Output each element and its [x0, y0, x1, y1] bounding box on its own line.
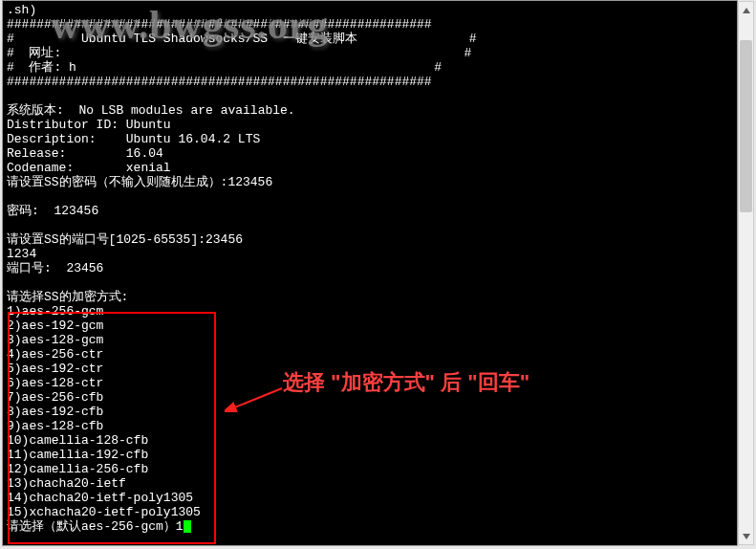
cipher-option: 7)aes-256-cfb: [7, 390, 733, 405]
description: Description: Ubuntu 16.04.2 LTS: [7, 132, 733, 146]
codename: Codename: xenial: [7, 161, 733, 175]
cipher-option: 6)aes-128-ctr: [7, 376, 733, 390]
scroll-up-icon[interactable]: [740, 3, 752, 17]
cipher-option: 15)xchacha20-ietf-poly1305: [7, 505, 733, 519]
hash-divider-bottom: ########################################…: [7, 75, 733, 89]
cipher-option: 1)aes-256-gcm: [7, 304, 733, 318]
port-partial: l234: [7, 247, 733, 261]
cipher-option: 2)aes-192-gcm: [7, 318, 733, 333]
cipher-option: 3)aes-128-gcm: [7, 333, 733, 347]
cipher-option: 13)chacha20-ietf: [7, 476, 733, 491]
password-result: 密码: 123456: [7, 204, 733, 218]
cipher-option: 9)aes-128-cfb: [7, 419, 733, 433]
sys-version: 系统版本: No LSB modules are available.: [7, 103, 733, 118]
cipher-option: 11)camellia-192-cfb: [7, 448, 733, 462]
cursor-icon: [184, 520, 191, 533]
port-prompt: 请设置SS的端口号[1025-65535]:23456: [7, 232, 733, 247]
vertical-scrollbar[interactable]: [738, 1, 754, 545]
cipher-option: 12)camellia-256-cfb: [7, 462, 733, 476]
dist-id: Distributor ID: Ubuntu: [7, 118, 733, 132]
header-title: # Ubuntu TLS Shadowsocks/SS 一键安装脚本 #: [7, 32, 733, 46]
port-result: 端口号: 23456: [7, 261, 733, 275]
cipher-select-prompt: 请选择（默认aes-256-gcm）1: [7, 519, 184, 534]
script-tail: .sh): [7, 3, 733, 17]
terminal-window[interactable]: .sh) ###################################…: [2, 0, 738, 546]
cipher-option: 10)camellia-128-cfb: [7, 433, 733, 448]
cipher-header: 请选择SS的加密方式:: [7, 290, 733, 304]
scroll-down-icon[interactable]: [740, 529, 752, 543]
cipher-option: 4)aes-256-ctr: [7, 347, 733, 362]
cipher-prompt-line[interactable]: 请选择（默认aes-256-gcm）1: [7, 519, 733, 534]
password-prompt: 请设置SS的密码（不输入则随机生成）:123456: [7, 175, 733, 189]
release: Release: 16.04: [7, 146, 733, 161]
header-author: # 作者: h #: [7, 60, 733, 75]
cipher-option: 14)chacha20-ietf-poly1305: [7, 491, 733, 505]
cipher-option: 5)aes-192-ctr: [7, 362, 733, 376]
hash-divider-top: ########################################…: [7, 17, 733, 32]
header-url: # 网址: #: [7, 46, 733, 60]
scroll-thumb[interactable]: [740, 40, 752, 212]
cipher-option: 8)aes-192-cfb: [7, 405, 733, 419]
